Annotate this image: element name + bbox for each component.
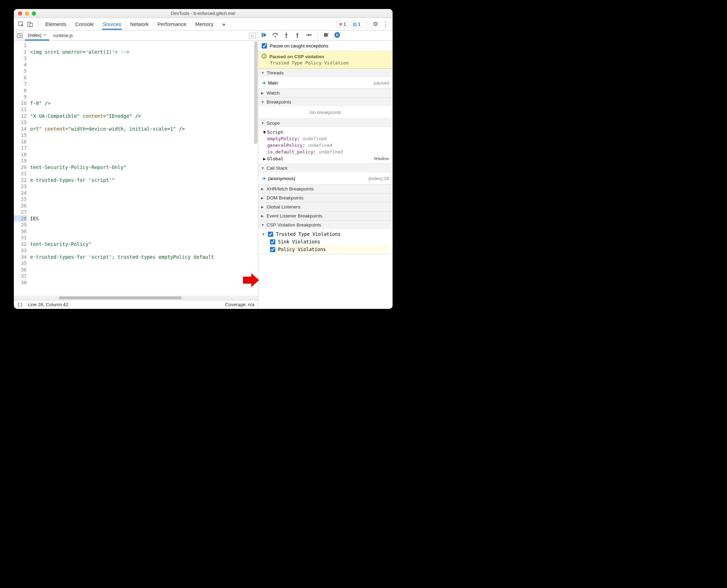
resume-icon[interactable] bbox=[261, 32, 267, 39]
cursor-position: Line 28, Column 42 bbox=[28, 302, 68, 307]
svg-point-12 bbox=[310, 34, 312, 36]
more-tabs-icon[interactable]: » bbox=[222, 19, 226, 30]
deactivate-breakpoints-icon[interactable] bbox=[323, 32, 329, 39]
tab-performance[interactable]: Performance bbox=[157, 19, 187, 30]
csp-breakpoints-section: ▼CSP Violation Breakpoints ▼Trusted Type… bbox=[258, 221, 393, 255]
svg-point-6 bbox=[275, 36, 276, 37]
main-toolbar: Elements Console Sources Network Perform… bbox=[14, 18, 393, 30]
tab-sources[interactable]: Sources bbox=[102, 19, 122, 30]
pause-caught-exceptions-row[interactable]: Pause on caught exceptions bbox=[258, 41, 393, 51]
kebab-menu-icon[interactable]: ⋮ bbox=[382, 20, 388, 28]
csp-policy-row[interactable]: Policy Violations bbox=[270, 246, 389, 253]
dom-breakpoints-section: ▶DOM Breakpoints bbox=[258, 194, 393, 203]
svg-point-15 bbox=[334, 32, 340, 38]
svg-rect-17 bbox=[338, 34, 338, 36]
inspect-element-icon[interactable] bbox=[17, 20, 26, 29]
paused-banner: ⓘPaused on CSP violation Trusted Type Po… bbox=[258, 51, 393, 69]
messages-badge[interactable]: ▤1 bbox=[350, 21, 363, 28]
pause-caught-checkbox[interactable] bbox=[262, 43, 267, 48]
watch-section: ▶Watch bbox=[258, 89, 393, 98]
status-bar: {} Line 28, Column 42 Coverage: n/a bbox=[14, 300, 258, 309]
thread-main[interactable]: ➔ Main paused bbox=[258, 79, 393, 87]
svg-point-10 bbox=[297, 36, 298, 38]
message-icon: ▤ bbox=[353, 22, 357, 27]
code-editor[interactable]: 1234567891011121314151617181920212223242… bbox=[14, 41, 258, 296]
coverage-status: Coverage: n/a bbox=[225, 302, 254, 307]
code-content[interactable]: <img src=1 onerror='alert(1)'> --> f-8" … bbox=[29, 41, 258, 296]
xhr-breakpoints-section: ▶XHR/fetch Breakpoints bbox=[258, 185, 393, 194]
pause-exceptions-icon[interactable] bbox=[334, 32, 340, 39]
line-gutter: 1234567891011121314151617181920212223242… bbox=[14, 41, 29, 296]
step-icon[interactable] bbox=[305, 32, 312, 39]
titlebar: DevTools - tt-enforced.glitch.me/ bbox=[14, 9, 393, 18]
errors-badge[interactable]: ⊗1 bbox=[336, 21, 349, 28]
global-listeners-section: ▶Global Listeners bbox=[258, 203, 393, 212]
horizontal-scrollbar[interactable] bbox=[14, 296, 258, 300]
current-thread-icon: ➔ bbox=[262, 80, 266, 86]
scope-section: ▼Scope ▼Script emptyPolicy: undefined ge… bbox=[258, 119, 393, 164]
editor-pane: (index)× runtime.js ▷ 123456789101112131… bbox=[14, 30, 258, 309]
csp-sink-row[interactable]: Sink Violations bbox=[270, 238, 389, 246]
svg-rect-16 bbox=[336, 34, 337, 36]
current-frame-icon: ➔ bbox=[262, 176, 266, 181]
show-navigator-icon[interactable] bbox=[16, 32, 24, 39]
breakpoints-section: ▼Breakpoints No breakpoints bbox=[258, 98, 393, 119]
pretty-print-icon[interactable]: {} bbox=[17, 302, 23, 308]
svg-point-8 bbox=[286, 36, 287, 38]
device-toggle-icon[interactable] bbox=[26, 20, 35, 29]
info-icon: ⓘ bbox=[262, 53, 267, 60]
csp-trusted-type-row[interactable]: ▼Trusted Type Violations bbox=[262, 230, 389, 238]
tab-memory[interactable]: Memory bbox=[195, 19, 214, 30]
settings-icon[interactable]: ⚙ bbox=[373, 20, 378, 28]
error-icon: ⊗ bbox=[339, 22, 342, 27]
vertical-scrollbar[interactable] bbox=[254, 41, 258, 144]
debugger-pane: Pause on caught exceptions ⓘPaused on CS… bbox=[258, 30, 393, 309]
run-snippet-icon[interactable]: ▷ bbox=[249, 33, 256, 39]
event-listener-breakpoints-section: ▶Event Listener Breakpoints bbox=[258, 212, 393, 221]
file-tabs: (index)× runtime.js ▷ bbox=[14, 30, 258, 41]
file-tab-runtime[interactable]: runtime.js bbox=[51, 31, 75, 40]
callstack-frame[interactable]: ➔ (anonymous) (index):28 bbox=[258, 174, 393, 183]
step-out-icon[interactable] bbox=[294, 32, 300, 39]
svg-rect-5 bbox=[262, 33, 263, 37]
step-into-icon[interactable] bbox=[283, 32, 289, 39]
svg-rect-2 bbox=[30, 23, 33, 27]
threads-section: ▼Threads ➔ Main paused bbox=[258, 69, 393, 89]
panel-tabs: Elements Console Sources Network Perform… bbox=[45, 19, 226, 30]
step-over-icon[interactable] bbox=[272, 32, 278, 39]
devtools-window: DevTools - tt-enforced.glitch.me/ Elemen… bbox=[14, 9, 393, 309]
window-title: DevTools - tt-enforced.glitch.me/ bbox=[14, 11, 393, 16]
tab-network[interactable]: Network bbox=[129, 19, 149, 30]
close-icon[interactable]: × bbox=[44, 32, 46, 38]
tab-console[interactable]: Console bbox=[74, 19, 94, 30]
debugger-toolbar bbox=[258, 30, 393, 41]
callstack-section: ▼Call Stack ➔ (anonymous) (index):28 bbox=[258, 164, 393, 185]
tab-elements[interactable]: Elements bbox=[45, 19, 67, 30]
file-tab-index[interactable]: (index)× bbox=[25, 30, 49, 41]
annotation-arrow-icon bbox=[242, 273, 260, 292]
